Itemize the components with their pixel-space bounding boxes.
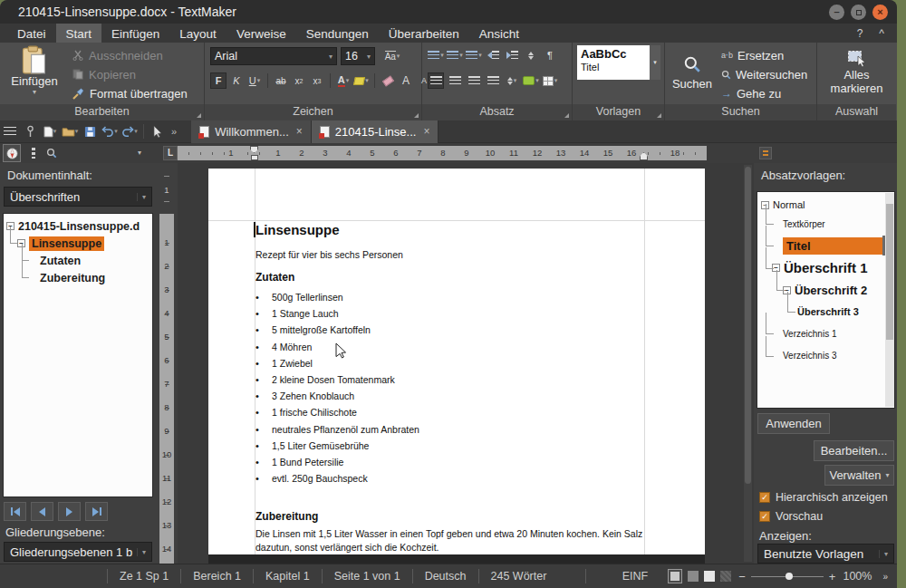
find-next-button[interactable]: Weitersuchen xyxy=(721,67,807,82)
hierarchical-checkbox[interactable]: ✓ Hierarchisch anzeigen xyxy=(759,491,888,504)
zoom-in-icon[interactable]: + xyxy=(829,570,836,583)
subscript-button[interactable]: x2 xyxy=(291,72,307,89)
status-item[interactable]: Deutsch xyxy=(412,569,478,583)
menu-item[interactable]: Sendungen xyxy=(296,24,379,43)
increase-indent-button[interactable] xyxy=(504,47,520,63)
zoom-slider[interactable]: − + xyxy=(738,570,835,583)
save-icon[interactable] xyxy=(80,122,100,140)
doc-heading-ingredients[interactable]: Zutaten xyxy=(255,271,294,284)
style-preview-box[interactable]: AaBbCc Titel xyxy=(577,45,650,80)
style-item[interactable]: − Normal ▼ xyxy=(757,197,894,213)
preview-checkbox[interactable]: ✓ Vorschau xyxy=(759,510,823,523)
ingredient-item[interactable]: 1 Bund Petersilie xyxy=(255,454,419,470)
tree-item[interactable]: − 210415-Linsensuppe.d xyxy=(4,217,152,235)
style-item[interactable]: − Textkörper ▼ xyxy=(757,213,894,235)
strikethrough-button[interactable]: ab xyxy=(273,72,289,89)
status-item[interactable]: 245 Wörter xyxy=(478,569,559,583)
menu-item[interactable]: Datei xyxy=(7,24,56,43)
navigation-mode-button[interactable] xyxy=(3,144,21,162)
zoom-level[interactable]: 100% xyxy=(843,570,872,583)
zoom-slider-handle[interactable] xyxy=(786,573,793,580)
ingredient-item[interactable]: 1 Stange Lauch xyxy=(255,305,419,322)
ingredient-item[interactable]: neutrales Pflanzenöl zum Anbraten xyxy=(255,421,419,438)
pilcrow-button[interactable]: ¶ xyxy=(542,47,558,63)
align-center-button[interactable] xyxy=(447,72,463,89)
view-compact-icon[interactable] xyxy=(688,571,699,582)
statusbar-overflow-icon[interactable]: » xyxy=(879,572,888,582)
search-button[interactable]: Suchen xyxy=(669,46,716,99)
manage-styles-button[interactable]: Verwalten▾ xyxy=(824,465,894,486)
nav-last-button[interactable] xyxy=(85,502,108,521)
status-item[interactable]: Seite 1 von 1 xyxy=(322,569,412,583)
maximize-button[interactable] xyxy=(851,5,866,20)
borders-button[interactable]: ▾ xyxy=(542,72,558,89)
insert-mode-indicator[interactable]: EINF xyxy=(585,569,660,583)
status-item[interactable]: Ze 1 Sp 1 xyxy=(107,569,180,583)
document-page[interactable]: Linsensuppe Rezept für vier bis sechs Pe… xyxy=(208,169,705,554)
highlight-button[interactable]: ▾ xyxy=(353,72,370,89)
nav-first-button[interactable] xyxy=(4,502,26,521)
apply-style-button[interactable]: Anwenden xyxy=(757,413,830,434)
zoom-out-icon[interactable]: − xyxy=(738,570,746,583)
style-item[interactable]: − Überschrift 2 ▼ xyxy=(757,279,894,301)
touch-mode-icon[interactable] xyxy=(20,122,40,140)
style-item[interactable]: − Verzeichnis 3 ▼ xyxy=(757,345,894,366)
view-reader-icon[interactable] xyxy=(720,571,731,582)
shading-button[interactable]: ▾ xyxy=(523,72,539,89)
dialog-launcher-icon[interactable] xyxy=(564,113,569,118)
numbered-list-button[interactable]: ▾ xyxy=(447,47,463,63)
menu-item[interactable]: Ansicht xyxy=(469,24,529,43)
toolbar-overflow-icon[interactable]: » xyxy=(168,126,180,137)
document-tab[interactable]: Willkommen... × xyxy=(191,120,312,143)
style-gallery-arrow[interactable]: ▾ xyxy=(650,45,660,80)
close-button[interactable]: × xyxy=(872,5,888,20)
ingredient-item[interactable]: 2 kleine Dosen Tomatenmark xyxy=(255,371,419,388)
bullet-list-button[interactable]: ▾ xyxy=(428,47,444,63)
indent-marker-box[interactable] xyxy=(251,155,258,160)
ingredient-item[interactable]: evtl. 250g Bauchspeck xyxy=(255,470,419,487)
menu-item[interactable]: Start xyxy=(56,24,102,43)
help-button[interactable]: ? xyxy=(857,27,863,40)
tab-close-icon[interactable]: × xyxy=(423,125,429,138)
tree-item[interactable]: − Zubereitung xyxy=(4,269,152,286)
panel-dropdown-arrow[interactable]: ▾ xyxy=(138,149,141,157)
justify-button[interactable] xyxy=(485,72,501,89)
italic-button[interactable]: K xyxy=(228,72,245,89)
select-all-button[interactable]: Alles markieren xyxy=(817,46,896,99)
tab-close-icon[interactable]: × xyxy=(296,125,303,138)
vertical-ruler[interactable]: 1 1234567891011121314 xyxy=(159,163,174,564)
document-tab[interactable]: 210415-Linse... × xyxy=(312,120,439,143)
nav-next-button[interactable] xyxy=(58,502,81,521)
font-family-combo[interactable]: Arial▾ xyxy=(210,47,337,65)
decrease-indent-button[interactable] xyxy=(485,47,501,63)
change-case-button[interactable]: Aa▾ xyxy=(379,48,406,64)
status-item[interactable]: Kapitel 1 xyxy=(253,569,322,583)
line-spacing-button[interactable]: ▾ xyxy=(504,72,520,89)
view-normal-icon[interactable] xyxy=(668,569,682,583)
ingredient-item[interactable]: 1,5 Liter Gemüsebrühe xyxy=(255,438,419,454)
goto-button[interactable]: → Gehe zu xyxy=(721,86,807,101)
styles-panel-icon[interactable] xyxy=(759,147,772,159)
tabstop-selector[interactable]: L xyxy=(163,146,178,160)
doc-heading-title[interactable]: Linsensuppe xyxy=(255,222,340,237)
pointer-icon[interactable] xyxy=(148,122,168,140)
menu-item[interactable]: Überarbeiten xyxy=(379,24,469,43)
search-panel-button[interactable] xyxy=(43,144,61,162)
grow-font-button[interactable]: A xyxy=(398,72,414,89)
format-painter-button[interactable]: Format übertragen xyxy=(72,86,188,101)
paste-dropdown-arrow[interactable]: ▾ xyxy=(33,88,36,96)
paste-button[interactable]: Einfügen ▾ xyxy=(5,45,63,101)
multilevel-list-button[interactable]: ▾ xyxy=(466,47,482,63)
ingredient-item[interactable]: 500g Tellerlinsen xyxy=(255,289,419,305)
sidebar-toggle-icon[interactable] xyxy=(0,122,20,140)
open-file-icon[interactable]: ▾ xyxy=(60,122,80,140)
dialog-launcher-icon[interactable] xyxy=(414,113,419,118)
new-document-icon[interactable]: ▾ xyxy=(40,122,60,140)
replace-button[interactable]: a·b Ersetzen xyxy=(721,48,807,63)
indent-marker-left[interactable] xyxy=(250,146,258,153)
vertical-scrollbar[interactable] xyxy=(744,165,752,562)
ingredient-item[interactable]: 1 frische Chilischote xyxy=(255,404,419,420)
align-left-button[interactable] xyxy=(428,72,444,89)
edit-style-button[interactable]: Bearbeiten... xyxy=(814,440,894,461)
minimize-button[interactable]: – xyxy=(829,5,844,20)
